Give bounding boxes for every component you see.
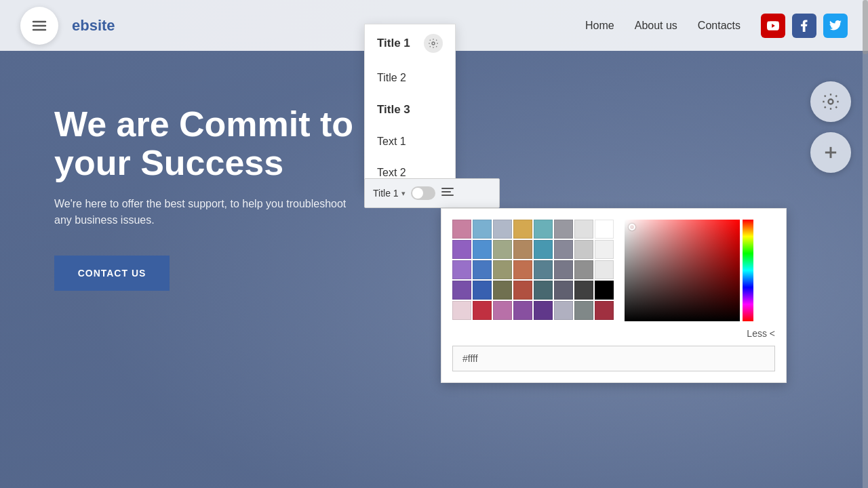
toolbar-toggle[interactable] bbox=[411, 186, 435, 200]
color-swatch[interactable] bbox=[554, 220, 573, 239]
add-float-button[interactable] bbox=[810, 132, 851, 173]
color-swatch[interactable] bbox=[534, 260, 553, 279]
color-swatch[interactable] bbox=[534, 220, 553, 239]
color-swatch[interactable] bbox=[554, 301, 573, 320]
floating-buttons bbox=[810, 81, 851, 173]
color-swatch[interactable] bbox=[595, 240, 614, 259]
dropdown-label-text1: Text 1 bbox=[377, 136, 406, 148]
dropdown-label-title2: Title 2 bbox=[377, 72, 406, 84]
svg-point-6 bbox=[432, 42, 435, 45]
scrollbar-thumb[interactable] bbox=[863, 0, 868, 54]
nav-contacts[interactable]: Contacts bbox=[698, 20, 741, 32]
nav-about[interactable]: About us bbox=[635, 20, 677, 32]
navbar-right: Home About us Contacts bbox=[585, 14, 848, 38]
dropdown-item-title1[interactable]: Title 1 bbox=[365, 24, 455, 62]
color-swatch[interactable] bbox=[473, 281, 492, 300]
less-button[interactable]: Less < bbox=[747, 328, 775, 339]
toolbar-selected-label: Title 1 bbox=[373, 188, 399, 199]
hamburger-button[interactable] bbox=[20, 7, 58, 45]
color-swatch[interactable] bbox=[595, 220, 614, 239]
twitter-icon[interactable] bbox=[823, 14, 848, 38]
color-swatch[interactable] bbox=[574, 281, 593, 300]
dropdown-label-title1: Title 1 bbox=[377, 37, 410, 50]
color-swatch[interactable] bbox=[513, 281, 532, 300]
hex-color-input[interactable] bbox=[452, 346, 775, 371]
youtube-icon[interactable] bbox=[761, 14, 785, 38]
color-swatch[interactable] bbox=[473, 220, 492, 239]
contact-button[interactable]: CONTACT US bbox=[54, 256, 170, 291]
svg-point-3 bbox=[829, 100, 833, 104]
social-icons bbox=[761, 14, 848, 38]
hero-subtitle: We're here to offer the best support, to… bbox=[54, 196, 359, 228]
nav-home[interactable]: Home bbox=[585, 20, 614, 32]
color-swatch[interactable] bbox=[595, 260, 614, 279]
color-swatch[interactable] bbox=[574, 220, 593, 239]
navbar-left: ebsite bbox=[20, 7, 115, 45]
color-swatch[interactable] bbox=[493, 260, 512, 279]
align-icon[interactable] bbox=[441, 186, 454, 200]
color-swatch[interactable] bbox=[452, 220, 471, 239]
color-swatch[interactable] bbox=[574, 260, 593, 279]
gradient-main[interactable] bbox=[625, 220, 740, 321]
color-swatch[interactable] bbox=[473, 301, 492, 320]
dropdown-item-title2[interactable]: Title 2 bbox=[365, 62, 455, 94]
color-swatch[interactable] bbox=[513, 301, 532, 320]
gradient-hue[interactable] bbox=[743, 220, 753, 321]
color-swatch[interactable] bbox=[493, 281, 512, 300]
gradient-cursor[interactable] bbox=[629, 224, 635, 230]
color-swatch[interactable] bbox=[574, 301, 593, 320]
color-swatch[interactable] bbox=[595, 281, 614, 300]
color-swatch[interactable] bbox=[473, 240, 492, 259]
color-swatch[interactable] bbox=[493, 240, 512, 259]
color-swatch[interactable] bbox=[493, 301, 512, 320]
color-swatch[interactable] bbox=[452, 240, 471, 259]
facebook-icon[interactable] bbox=[792, 14, 816, 38]
color-picker-panel: Less < bbox=[441, 208, 787, 383]
color-swatch[interactable] bbox=[473, 260, 492, 279]
color-swatch[interactable] bbox=[554, 260, 573, 279]
color-swatch[interactable] bbox=[513, 260, 532, 279]
color-swatch[interactable] bbox=[595, 301, 614, 320]
toolbar-style-select[interactable]: Title 1 ▾ bbox=[373, 188, 406, 199]
color-swatches-grid bbox=[452, 220, 614, 321]
settings-circle-icon[interactable] bbox=[424, 34, 443, 53]
color-swatch[interactable] bbox=[534, 301, 553, 320]
color-swatch[interactable] bbox=[452, 260, 471, 279]
color-swatch[interactable] bbox=[554, 281, 573, 300]
color-swatch[interactable] bbox=[554, 240, 573, 259]
color-swatch[interactable] bbox=[534, 240, 553, 259]
color-swatch[interactable] bbox=[452, 281, 471, 300]
dropdown-item-text1[interactable]: Text 1 bbox=[365, 126, 455, 157]
dropdown-menu: Title 1 Title 2 Title 3 Text 1 Text 2 bbox=[364, 24, 456, 189]
chevron-down-icon: ▾ bbox=[401, 189, 406, 198]
color-pickers-row bbox=[452, 220, 775, 321]
color-swatch[interactable] bbox=[513, 220, 532, 239]
color-swatch[interactable] bbox=[493, 220, 512, 239]
site-title: ebsite bbox=[72, 17, 115, 35]
color-swatch[interactable] bbox=[513, 240, 532, 259]
color-swatch[interactable] bbox=[574, 240, 593, 259]
less-row: Less < bbox=[452, 328, 775, 339]
dropdown-label-title3: Title 3 bbox=[377, 103, 410, 117]
color-swatch[interactable] bbox=[452, 301, 471, 320]
color-swatch[interactable] bbox=[534, 281, 553, 300]
settings-float-button[interactable] bbox=[810, 81, 851, 122]
dropdown-label-text2: Text 2 bbox=[377, 167, 406, 179]
scrollbar-track[interactable] bbox=[863, 0, 868, 488]
gradient-picker[interactable] bbox=[625, 220, 753, 321]
dropdown-item-title3[interactable]: Title 3 bbox=[365, 94, 455, 126]
toolbar-bar: Title 1 ▾ bbox=[364, 178, 500, 208]
